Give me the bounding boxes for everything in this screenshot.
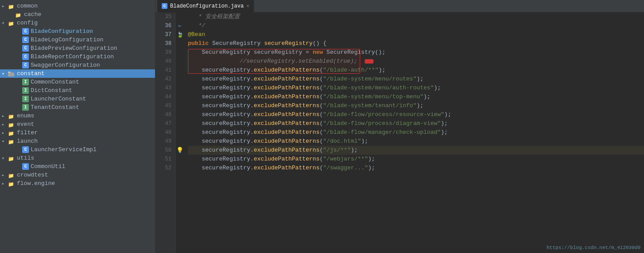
folder-icon: [8, 71, 15, 76]
gutter-36: ⇐: [175, 21, 184, 30]
code-line-49: secureRegistry.excludePathPatterns("/doc…: [188, 137, 644, 146]
gutter-44: [175, 92, 184, 101]
code-line-44: secureRegistry.excludePathPatterns("/bla…: [188, 92, 644, 101]
sidebar-item-swagger-configuration[interactable]: C SwaggerConfiguration: [0, 61, 155, 69]
sidebar-item-label: TenantConstant: [31, 104, 79, 111]
sidebar-item-utils[interactable]: utils: [0, 154, 155, 162]
folder-icon: [8, 122, 15, 127]
sidebar-item-launcher-service-impl[interactable]: C LauncherServiceImpl: [0, 145, 155, 154]
sidebar-item-launcher-constant[interactable]: I LauncherConstant: [0, 95, 155, 103]
arrow-icon: [2, 156, 8, 161]
file-type-icon: C: [162, 3, 167, 9]
code-line-37: @Bean: [188, 30, 644, 39]
sidebar-item-label: BladeConfiguration: [31, 28, 93, 35]
sidebar-item-blade-log-configuration[interactable]: C BladeLogConfiguration: [0, 36, 155, 44]
gutter-48: [175, 128, 184, 137]
line-numbers: 35 36 37 38 39 40 41 42 43 44 45 46 47 4…: [155, 12, 175, 253]
sidebar-item-label: DictConstant: [31, 87, 72, 94]
folder-icon: [8, 156, 15, 161]
bookmark-arrow-icon: ⇐: [178, 22, 182, 29]
sidebar-item-label: flow.engine: [17, 180, 55, 187]
line-num-35: 35: [157, 12, 171, 21]
code-line-43: secureRegistry.excludePathPatterns("/bla…: [188, 84, 644, 92]
red-marker-icon: [365, 59, 374, 64]
code-area[interactable]: 35 36 37 38 39 40 41 42 43 44 45 46 47 4…: [155, 12, 644, 253]
sidebar-item-launch[interactable]: launch: [0, 137, 155, 145]
sidebar-item-common-constant[interactable]: I CommonConstant: [0, 78, 155, 86]
sidebar-item-label: CommonConstant: [31, 79, 79, 85]
svg-rect-0: [8, 72, 14, 76]
class-icon: I: [22, 79, 29, 85]
code-content: * 安全框架配置 */ @Bean public SecureRegistry …: [184, 12, 644, 253]
gutter-38: [175, 39, 184, 48]
sidebar-item-label: BladeLogConfiguration: [31, 36, 103, 43]
code-editor: C BladeConfiguration.java × 35 36 37 38 …: [155, 0, 644, 253]
sidebar-item-label: event: [17, 121, 34, 128]
sidebar-item-label: LauncherServiceImpl: [31, 146, 96, 153]
sidebar-item-tenant-constant[interactable]: I TenantConstant: [0, 103, 155, 112]
line-num-37: 37: [157, 30, 171, 39]
sidebar-item-flow-engine[interactable]: flow.engine: [0, 179, 155, 188]
arrow-icon: [2, 181, 8, 186]
line-num-44: 44: [157, 92, 171, 101]
sidebar-item-common[interactable]: common: [0, 2, 155, 10]
sidebar-item-label: filter: [17, 129, 38, 136]
code-line-50: secureRegistry.excludePathPatterns("/js/…: [188, 146, 644, 155]
folder-icon: [8, 20, 15, 26]
active-tab[interactable]: C BladeConfiguration.java ×: [157, 0, 254, 12]
gutter-52: [175, 164, 184, 173]
source-link[interactable]: https://blog.csdn.net/m_412930d0: [547, 245, 640, 250]
code-line-42: secureRegistry.excludePathPatterns("/bla…: [188, 75, 644, 84]
code-line-41: secureRegistry.excludePathPatterns("/bla…: [188, 66, 644, 75]
folder-icon: [8, 181, 15, 186]
tab-close-button[interactable]: ×: [246, 4, 250, 9]
sidebar-item-constant[interactable]: constant: [0, 69, 155, 78]
tab-label: BladeConfiguration.java: [170, 3, 244, 9]
code-line-45: secureRegistry.excludePathPatterns("/bla…: [188, 101, 644, 110]
line-num-40: 40: [157, 57, 171, 66]
line-num-38: 38: [157, 39, 171, 48]
code-line-51: secureRegistry.excludePathPatterns("/web…: [188, 155, 644, 164]
leaf-icon: 🍃: [177, 32, 183, 38]
sidebar-item-filter[interactable]: filter: [0, 129, 155, 137]
code-line-40: //secureRegistry.setEnabled(true);: [188, 57, 644, 66]
sidebar-item-label: cache: [24, 11, 41, 18]
sidebar-item-cache[interactable]: cache: [0, 10, 155, 19]
gutter-37: 🍃: [175, 30, 184, 39]
warning-icon: 💡: [176, 147, 183, 154]
code-line-46: secureRegistry.excludePathPatterns("/bla…: [188, 110, 644, 119]
gutter-35: [175, 12, 184, 21]
arrow-icon: [2, 20, 8, 26]
code-line-36: */: [188, 21, 644, 30]
arrow-icon: [2, 113, 8, 119]
sidebar-item-blade-configuration[interactable]: C BladeConfiguration: [0, 27, 155, 36]
sidebar-item-event[interactable]: event: [0, 120, 155, 129]
gutter-39: [175, 48, 184, 57]
gutter-49: [175, 137, 184, 146]
gutter-50: 💡: [175, 146, 184, 155]
line-num-41: 41: [157, 66, 171, 75]
svg-rect-1: [8, 72, 11, 73]
sidebar-item-dict-constant[interactable]: I DictConstant: [0, 86, 155, 95]
gutter-43: [175, 84, 184, 92]
class-icon: C: [22, 62, 29, 68]
class-icon: I: [22, 87, 29, 94]
sidebar-item-crowdtest[interactable]: crowdtest: [0, 171, 155, 179]
arrow-icon: [2, 139, 8, 144]
class-icon: I: [22, 96, 29, 102]
line-num-43: 43: [157, 84, 171, 92]
sidebar-item-blade-report-configuration[interactable]: C BladeReportConfiguration: [0, 52, 155, 61]
line-num-36: 36: [157, 21, 171, 30]
sidebar-item-common-util[interactable]: C CommonUtil: [0, 162, 155, 171]
line-num-49: 49: [157, 137, 171, 146]
sidebar-item-enums[interactable]: enums: [0, 112, 155, 120]
sidebar-item-label: launch: [17, 138, 38, 145]
sidebar-item-config[interactable]: config: [0, 19, 155, 27]
sidebar-item-blade-preview-configuration[interactable]: C BladePreviewConfiguration: [0, 44, 155, 52]
line-num-50: 50: [157, 146, 171, 155]
class-icon: C: [22, 36, 29, 43]
line-num-47: 47: [157, 119, 171, 128]
gutter-40: [175, 57, 184, 66]
class-icon: C: [22, 163, 29, 170]
class-icon: I: [22, 104, 29, 111]
